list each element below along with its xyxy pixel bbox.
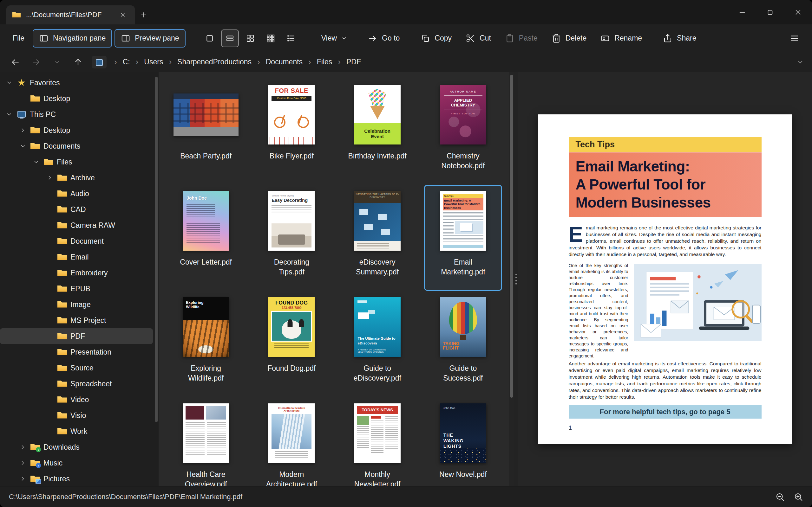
sidebar-scrollbar[interactable] <box>155 77 158 422</box>
breadcrumb-segment[interactable]: Users <box>141 56 166 67</box>
rename-button[interactable]: Rename <box>595 29 648 48</box>
sidebar-item-icon <box>16 109 27 119</box>
view-dropdown[interactable]: View <box>316 29 353 48</box>
sidebar-item[interactable]: Desktop <box>0 122 153 138</box>
file-item[interactable]: TODAY'S NEWS Monthly Newsletter.pdf <box>339 397 416 486</box>
sidebar-item[interactable]: Downloads <box>0 439 153 455</box>
sidebar-item[interactable]: Audio <box>0 186 153 202</box>
sidebar-item[interactable]: CAD <box>0 202 153 217</box>
chevron-icon[interactable] <box>19 460 27 466</box>
sidebar-item[interactable]: PDF <box>0 328 153 344</box>
sidebar-item[interactable]: Source <box>0 360 153 376</box>
file-item-selected[interactable]: Tech Tips Email Marketing: A Powerful To… <box>424 185 502 291</box>
sidebar-item[interactable]: Spreadsheet <box>0 376 153 392</box>
chevron-icon[interactable] <box>46 175 54 181</box>
layout-grid-small-icon[interactable] <box>262 30 280 47</box>
file-item[interactable]: NAVIGATING THE HAZARDS OF E-DISCOVERY eD… <box>339 185 416 291</box>
sidebar-item[interactable]: Music <box>0 455 153 471</box>
address-dropdown-icon[interactable] <box>797 59 804 66</box>
sidebar-item[interactable]: Image <box>0 297 153 313</box>
copy-button[interactable]: Copy <box>415 29 457 48</box>
file-item[interactable]: FOR SALE Custom Fixie Bike: $300 Bike Fl… <box>252 78 331 185</box>
breadcrumb-segment[interactable]: Files <box>314 56 336 67</box>
file-item[interactable]: TAKING FLIGHT Guide to Success.pdf <box>424 291 502 397</box>
splitter-grip-icon <box>515 274 517 285</box>
breadcrumb-segment[interactable]: Documents <box>263 56 306 67</box>
location-icon[interactable] <box>92 56 107 68</box>
tab-close-icon[interactable] <box>116 9 129 21</box>
zoom-in-button[interactable] <box>794 492 803 502</box>
file-name: Found Dog.pdf <box>267 363 316 373</box>
history-dropdown-icon[interactable] <box>50 55 64 69</box>
file-item[interactable]: Celebration Event Birthday Invite.pdf <box>339 78 416 185</box>
layout-tiles-icon[interactable] <box>221 30 239 47</box>
new-tab-button[interactable] <box>137 9 150 21</box>
file-item[interactable]: FOUND DOG 123-456-7890 Found Dog.pdf <box>252 291 331 397</box>
navigation-pane-toggle[interactable]: Navigation pane <box>33 29 112 48</box>
file-item[interactable]: The Ultimate Guide to eDiscovery A PRIME… <box>339 291 416 397</box>
sidebar-item[interactable]: Files <box>0 154 153 170</box>
minimize-button[interactable] <box>728 0 756 24</box>
sidebar-item[interactable]: Pictures <box>0 471 153 486</box>
sidebar-item[interactable]: Work <box>0 424 153 439</box>
sidebar-item[interactable]: Email <box>0 249 153 265</box>
chevron-icon[interactable] <box>19 475 27 482</box>
delete-button[interactable]: Delete <box>546 29 592 48</box>
up-button[interactable] <box>71 55 85 69</box>
back-button[interactable] <box>8 55 22 69</box>
sidebar-item[interactable]: Favorites <box>0 75 153 91</box>
drop-cap: E <box>569 224 586 243</box>
sidebar-item[interactable]: Embroidery <box>0 265 153 281</box>
sidebar-item[interactable]: MS Project <box>0 313 153 328</box>
more-options-menu[interactable] <box>784 29 805 48</box>
file-item[interactable]: John Doe THE WAKING LIGHTS New Novel.pdf <box>424 397 502 486</box>
sidebar-item[interactable]: EPUB <box>0 281 153 297</box>
chevron-icon[interactable] <box>32 159 40 165</box>
balloon-illustration <box>449 302 477 334</box>
preview-pane-toggle[interactable]: Preview pane <box>114 29 185 48</box>
folder-icon <box>12 10 21 19</box>
sidebar-item-label: CAD <box>70 205 86 214</box>
chevron-icon[interactable] <box>19 143 27 149</box>
maximize-button[interactable] <box>756 0 784 24</box>
chevron-icon[interactable] <box>5 111 13 118</box>
breadcrumb-segment[interactable]: SharpenedProductions <box>174 56 255 67</box>
sidebar-item[interactable]: Documents <box>0 138 153 154</box>
file-item[interactable]: Beach Party.pdf <box>167 78 245 185</box>
close-button[interactable] <box>784 0 812 24</box>
file-thumbnail: John Doe THE WAKING LIGHTS <box>440 403 486 463</box>
file-item[interactable]: Simple Home Styling Easy Decorating Deco… <box>252 185 331 291</box>
breadcrumb-segment[interactable]: PDF <box>343 56 364 67</box>
tear-off-tabs <box>268 137 315 145</box>
file-item[interactable]: AUTHOR NAME APPLIED CHEMISTRY FIRST EDIT… <box>424 78 502 185</box>
sidebar-item[interactable]: Visio <box>0 407 153 424</box>
file-item[interactable]: Exploring Wildlife Exploring Wildlife.pd… <box>167 291 245 397</box>
sidebar-item[interactable]: This PC <box>0 107 153 122</box>
chevron-icon[interactable] <box>5 79 13 86</box>
layout-grid-medium-icon[interactable] <box>241 30 259 47</box>
file-item[interactable]: John Doe Cover Letter.pdf <box>167 185 245 291</box>
chevron-icon[interactable] <box>19 127 27 133</box>
chevron-icon[interactable] <box>19 444 27 450</box>
zoom-out-button[interactable] <box>775 492 785 502</box>
sidebar-item[interactable]: Video <box>0 392 153 407</box>
file-name: Exploring Wildlife.pdf <box>174 363 237 383</box>
sidebar-item[interactable]: Document <box>0 233 153 249</box>
file-item[interactable]: International Modern Architecture Modern… <box>252 397 331 486</box>
tab-current-folder[interactable]: ...\Documents\Files\PDF <box>6 5 135 24</box>
layout-content-icon[interactable] <box>201 30 218 47</box>
file-list-scrollbar[interactable] <box>509 72 514 486</box>
layout-list-icon[interactable] <box>282 30 300 47</box>
breadcrumb-segment[interactable]: C: <box>119 56 133 67</box>
sidebar-item[interactable]: Presentation <box>0 344 153 360</box>
pane-splitter[interactable] <box>514 72 518 486</box>
share-button[interactable]: Share <box>657 29 702 48</box>
cut-button[interactable]: Cut <box>460 29 497 48</box>
sidebar-item[interactable]: Desktop <box>0 91 153 107</box>
go-to-button[interactable]: Go to <box>362 29 405 48</box>
file-item[interactable]: Health Care Overview.pdf <box>167 397 245 486</box>
file-menu-button[interactable]: File <box>7 29 30 48</box>
sidebar-item[interactable]: Archive <box>0 170 153 186</box>
mini-illustration <box>455 221 484 234</box>
sidebar-item[interactable]: Camera RAW <box>0 217 153 233</box>
